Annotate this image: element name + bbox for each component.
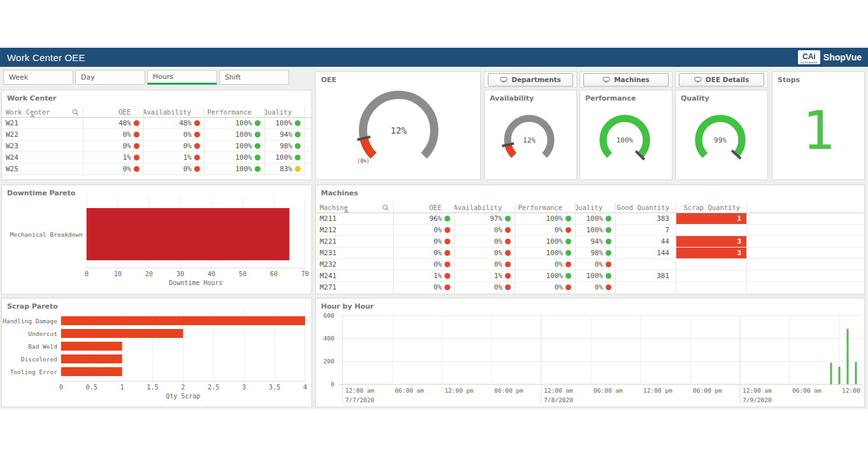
- status-dot-red: [194, 132, 200, 137]
- status-dot-green: [566, 273, 571, 279]
- availability-gauge-panel: Availability 12%: [484, 90, 577, 180]
- table-row[interactable]: M21196%97%100%100%3831: [316, 213, 864, 225]
- status-dot-green: [295, 155, 301, 160]
- metric-cell: 0%: [144, 129, 204, 141]
- status-dot-yellow: [295, 166, 301, 172]
- gauge-needle: [357, 137, 370, 140]
- search-icon[interactable]: [72, 109, 79, 116]
- svg-text:1: 1: [120, 384, 124, 391]
- row-label-cell[interactable]: W24: [2, 152, 83, 164]
- metric-cell: 98%: [576, 248, 616, 259]
- table-row[interactable]: M2710%0%0%0%: [316, 282, 864, 293]
- column-header-oee[interactable]: OEE: [394, 202, 455, 213]
- bar: [61, 342, 122, 351]
- departments-button[interactable]: Departments: [488, 73, 573, 87]
- row-label-cell[interactable]: W25: [2, 164, 83, 175]
- machines-button[interactable]: Machines: [583, 73, 669, 87]
- row-label-cell[interactable]: M232: [316, 259, 394, 270]
- metric-cell: 83%: [265, 164, 305, 175]
- metric-cell: 0%: [455, 248, 515, 259]
- table-row[interactable]: M2320%0%0%0%: [316, 259, 864, 270]
- column-header-scrap-quantity[interactable]: Scrap Quantity: [676, 202, 747, 213]
- gauge-value-arc: [508, 144, 514, 155]
- filter-tab-shift[interactable]: Shift: [219, 70, 289, 85]
- row-label-cell[interactable]: M231: [316, 248, 394, 259]
- row-label-cell[interactable]: M221: [316, 236, 394, 248]
- quality-panel-title: Quality: [681, 94, 709, 102]
- work-center-table: Work CenterOEEAvailabilityPerformanceQua…: [2, 107, 311, 175]
- svg-text:Downtime Hours: Downtime Hours: [169, 279, 222, 286]
- svg-text:06:00 am: 06:00 am: [792, 387, 822, 394]
- metric-cell: 100%: [515, 213, 576, 225]
- oee-details-button[interactable]: OEE Details: [679, 73, 764, 87]
- table-row[interactable]: W241%1%100%100%: [2, 152, 311, 164]
- empty-cell: [305, 141, 313, 152]
- column-header-performance[interactable]: Performance: [204, 107, 265, 118]
- table-row[interactable]: M2210%0%100%94%443: [316, 236, 864, 248]
- table-row[interactable]: W250%0%100%83%: [2, 164, 311, 175]
- metric-cell: 98%: [265, 141, 305, 152]
- column-header-oee[interactable]: OEE: [83, 107, 144, 118]
- metric-cell: 0%: [144, 141, 204, 152]
- bar: [847, 329, 849, 384]
- empty-cell: [747, 282, 864, 293]
- metric-cell: 100%: [576, 270, 616, 282]
- metric-cell: 100%: [515, 236, 576, 248]
- status-dot-red: [445, 227, 450, 233]
- table-row[interactable]: M2310%0%100%98%1443: [316, 248, 864, 259]
- svg-text:50: 50: [239, 270, 246, 277]
- metric-cell: 100%: [204, 141, 265, 152]
- availability-gauge: 12%: [485, 90, 576, 179]
- search-icon[interactable]: [382, 204, 389, 211]
- empty-cell: [747, 248, 864, 259]
- metric-cell: 100%: [265, 152, 305, 164]
- svg-text:99%: 99%: [714, 136, 727, 144]
- svg-text:12:00 pm: 12:00 pm: [842, 387, 864, 394]
- svg-text:0.5: 0.5: [86, 384, 97, 391]
- good-quantity-cell: 144: [616, 248, 676, 259]
- table-row[interactable]: W220%0%100%94%: [2, 129, 311, 141]
- filter-tab-hours[interactable]: Hours: [147, 70, 217, 85]
- oee-details-button-panel: OEE Details: [675, 71, 768, 88]
- svg-text:3: 3: [242, 384, 246, 391]
- svg-text:Handling Damage: Handling Damage: [3, 318, 57, 325]
- row-label-cell[interactable]: M211: [316, 213, 394, 225]
- metric-cell: 0%: [394, 248, 455, 259]
- svg-text:12:00 am: 12:00 am: [743, 387, 772, 394]
- table-row[interactable]: M2120%0%0%100%7: [316, 225, 864, 236]
- column-header-machine[interactable]: Machine: [316, 202, 394, 213]
- status-dot-green: [255, 143, 260, 149]
- column-header-performance[interactable]: Performance: [515, 202, 576, 213]
- performance-gauge-panel: Performance 100%: [580, 90, 672, 180]
- row-label-cell[interactable]: M212: [316, 225, 394, 236]
- sort-ascending-icon: [30, 114, 35, 117]
- row-label-cell[interactable]: M241: [316, 270, 394, 282]
- status-dot-green: [295, 143, 301, 149]
- hour-by-hour-chart: 020040060012:00 am7/7/202006:00 am12:00 …: [316, 298, 864, 407]
- row-label-cell[interactable]: W21: [2, 118, 83, 129]
- metric-cell: 0%: [394, 259, 455, 270]
- departments-button-panel: Departments: [484, 71, 577, 88]
- table-row[interactable]: M2411%1%100%100%381: [316, 270, 864, 282]
- empty-cell: [305, 164, 313, 175]
- metric-cell: 0%: [394, 236, 455, 248]
- filter-tab-week[interactable]: Week: [3, 70, 73, 85]
- table-row[interactable]: W230%0%100%98%: [2, 141, 311, 152]
- metric-cell: 0%: [515, 259, 576, 270]
- column-header-availability[interactable]: Availability: [455, 202, 515, 213]
- row-label-cell[interactable]: W23: [2, 141, 83, 152]
- row-label-cell[interactable]: M271: [316, 282, 394, 293]
- column-header-quality[interactable]: Quality: [265, 107, 305, 118]
- column-header-quality[interactable]: Quality: [576, 202, 616, 213]
- machines-panel-title: Machines: [321, 189, 358, 197]
- row-label-cell[interactable]: W22: [2, 129, 83, 141]
- filter-tab-day[interactable]: Day: [75, 70, 145, 85]
- column-header-availability[interactable]: Availability: [144, 107, 204, 118]
- table-row[interactable]: W2148%48%100%100%: [2, 118, 311, 129]
- column-header-good-quantity[interactable]: Good Quantity: [616, 202, 676, 213]
- empty-cell: [305, 152, 313, 164]
- bar: [855, 362, 857, 384]
- status-dot-green: [566, 239, 571, 244]
- scrap-quantity-cell: 3: [676, 236, 747, 248]
- column-header-work-center[interactable]: Work Center: [2, 107, 83, 118]
